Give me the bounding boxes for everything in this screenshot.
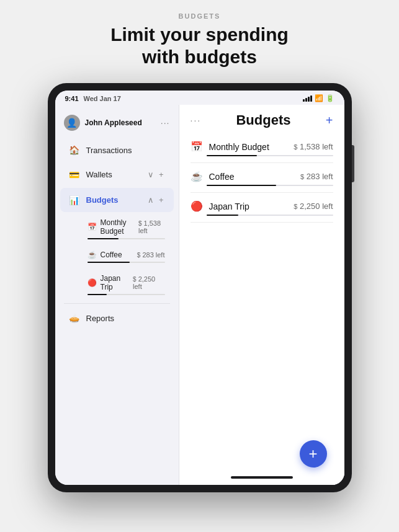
fab-button[interactable]: + — [300, 440, 327, 468]
main-coffee-name: Coffee — [209, 172, 235, 182]
monthly-progress-fill — [87, 238, 119, 239]
japan-icon: 🔴 — [87, 278, 97, 287]
page-subtitle: BUDGETS — [110, 12, 289, 20]
bottom-bar — [179, 472, 344, 485]
sidebar-budget-monthly[interactable]: 📅 Monthly Budget $ 1,538 left — [60, 213, 174, 244]
main-budget-monthly[interactable]: 📅 Monthly Budget $ 1,538 left — [191, 133, 333, 163]
transactions-icon: 🏠 — [69, 145, 80, 155]
budgets-actions: ∧ + — [146, 194, 165, 206]
nav-divider — [64, 303, 170, 304]
status-icons: 📶 🔋 — [303, 94, 334, 102]
japan-name: Japan Trip — [101, 274, 133, 291]
coffee-progress-fill — [87, 262, 130, 263]
avatar: 👤 — [64, 115, 80, 131]
sidebar-item-wallets[interactable]: 💳 Wallets ∨ + — [60, 162, 174, 187]
page-header: BUDGETS Limit your spendingwith budgets — [110, 12, 289, 68]
main-monthly-amount: $ 1,538 left — [294, 142, 333, 151]
tablet-device: 9:41 Wed Jan 17 📶 🔋 — [48, 83, 352, 492]
user-name: John Appleseed — [85, 118, 142, 127]
sidebar-item-budgets[interactable]: 📊 Budgets ∧ + — [60, 188, 174, 212]
wallets-collapse-btn[interactable]: ∨ — [146, 169, 155, 180]
budgets-collapse-btn[interactable]: ∧ — [146, 194, 155, 206]
status-bar: 9:41 Wed Jan 17 📶 🔋 — [55, 91, 344, 105]
page-title: Limit your spendingwith budgets — [110, 24, 289, 68]
budget-list: 📅 Monthly Budget $ 1,538 left — [179, 133, 344, 472]
wallets-icon: 💳 — [69, 170, 80, 180]
main-coffee-progress — [207, 185, 333, 186]
user-header: 👤 John Appleseed ··· — [55, 110, 179, 138]
main-japan-icon: 🔴 — [191, 200, 203, 212]
reports-label: Reports — [86, 314, 165, 323]
main-add-button[interactable]: + — [326, 113, 333, 128]
main-monthly-name: Monthly Budget — [209, 142, 269, 152]
main-monthly-icon: 📅 — [191, 141, 203, 153]
budgets-icon: 📊 — [69, 195, 80, 205]
transactions-label: Transactions — [86, 146, 165, 155]
main-coffee-icon: ☕ — [191, 171, 203, 182]
signal-icon — [303, 95, 312, 102]
main-monthly-fill — [207, 155, 258, 156]
main-monthly-progress — [207, 155, 333, 156]
coffee-icon: ☕ — [87, 250, 97, 259]
budgets-label: Budgets — [86, 195, 140, 205]
status-date: Wed Jan 17 — [84, 95, 121, 102]
japan-amount: $ 2,250 left — [133, 275, 164, 290]
main-japan-fill — [207, 215, 238, 216]
sidebar-budget-japan[interactable]: 🔴 Japan Trip $ 2,250 left — [60, 269, 174, 300]
coffee-progress-bar — [87, 262, 165, 263]
monthly-progress-bar — [87, 238, 165, 239]
sidebar-budget-coffee[interactable]: ☕ Coffee $ 283 left — [60, 246, 174, 268]
home-indicator — [231, 476, 293, 479]
main-japan-progress — [207, 215, 333, 216]
main-japan-amount: $ 2,250 left — [294, 202, 333, 211]
main-budget-coffee[interactable]: ☕ Coffee $ 283 left — [191, 163, 333, 193]
main-coffee-amount: $ 283 left — [300, 172, 333, 181]
main-japan-name: Japan Trip — [209, 202, 249, 211]
monthly-budget-name: Monthly Budget — [101, 218, 138, 236]
user-info: 👤 John Appleseed — [64, 115, 142, 131]
main-header: ··· Budgets + — [179, 105, 344, 133]
main-panel: ··· Budgets + 📅 Monthly Budget $ — [179, 105, 344, 485]
reports-icon: 🥧 — [69, 313, 80, 323]
wallets-label: Wallets — [86, 170, 140, 179]
coffee-amount: $ 283 left — [137, 251, 165, 259]
sidebar-item-transactions[interactable]: 🏠 Transactions — [60, 139, 174, 161]
wallets-actions: ∨ + — [146, 169, 165, 180]
app-content: 👤 John Appleseed ··· 🏠 Transactions 💳 Wa… — [55, 105, 344, 485]
wifi-icon: 📶 — [315, 94, 323, 102]
main-header-dots[interactable]: ··· — [191, 115, 202, 125]
main-budget-japan[interactable]: 🔴 Japan Trip $ 2,250 left — [191, 193, 333, 223]
tablet-screen: 9:41 Wed Jan 17 📶 🔋 — [55, 91, 344, 485]
user-menu-dots[interactable]: ··· — [161, 118, 170, 128]
sidebar-item-reports[interactable]: 🥧 Reports — [60, 307, 174, 329]
budgets-add-btn[interactable]: + — [158, 194, 165, 206]
main-title: Budgets — [236, 112, 290, 128]
monthly-budget-icon: 📅 — [87, 223, 97, 231]
status-time: 9:41 — [65, 95, 79, 102]
battery-icon: 🔋 — [326, 94, 334, 102]
wallets-add-btn[interactable]: + — [158, 169, 165, 180]
japan-progress-fill — [87, 294, 107, 295]
coffee-name: Coffee — [101, 250, 122, 259]
japan-progress-bar — [87, 294, 165, 295]
main-coffee-fill — [207, 185, 276, 186]
monthly-budget-amount: $ 1,538 left — [138, 219, 165, 234]
sidebar: 👤 John Appleseed ··· 🏠 Transactions 💳 Wa… — [55, 105, 179, 485]
